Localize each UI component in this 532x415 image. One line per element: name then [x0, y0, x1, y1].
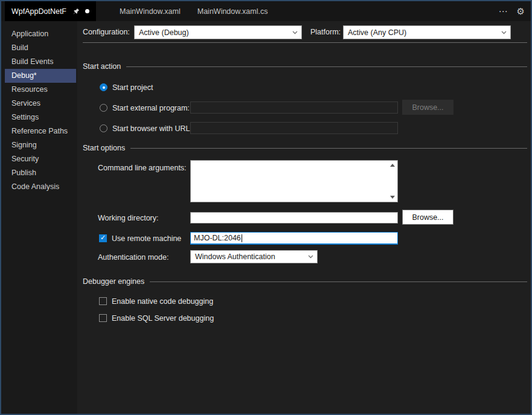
text-caret	[242, 234, 242, 242]
sidebar-item-debug[interactable]: Debug*	[5, 69, 76, 83]
vs-project-properties-window: WpfAppDotNetF MainWindow.xaml MainWindow…	[0, 0, 532, 415]
settings-gear-icon[interactable]: ⚙	[517, 6, 525, 17]
tab-mainwindow-xaml[interactable]: MainWindow.xaml	[111, 1, 189, 21]
start-project-label: Start project	[112, 83, 153, 92]
use-remote-machine-label: Use remote machine	[112, 234, 181, 243]
enable-sql-debugging-checkbox[interactable]	[99, 314, 107, 322]
sidebar-item-reference-paths[interactable]: Reference Paths	[5, 124, 76, 138]
tab-overflow-icon[interactable]: ⋯	[499, 6, 508, 17]
sidebar-item-code-analysis[interactable]: Code Analysis	[5, 180, 76, 194]
enable-sql-debugging-option[interactable]: Enable SQL Server debugging	[99, 314, 214, 323]
configuration-label: Configuration:	[83, 28, 130, 36]
working-directory-input[interactable]	[190, 212, 398, 224]
tab-label: MainWindow.xaml	[120, 7, 181, 16]
sidebar-item-services[interactable]: Services	[5, 97, 76, 111]
start-external-label: Start external program:	[112, 104, 190, 112]
use-remote-machine-checkbox[interactable]	[99, 234, 107, 242]
start-external-option[interactable]: Start external program:	[100, 103, 190, 112]
start-browser-option[interactable]: Start browser with URL:	[100, 124, 192, 133]
platform-label: Platform:	[310, 28, 341, 36]
external-program-browse-button: Browse...	[402, 100, 453, 115]
textarea-scrollbar[interactable]	[388, 161, 397, 201]
platform-dropdown[interactable]: Active (Any CPU)	[343, 25, 511, 39]
document-tab-bar: WpfAppDotNetF MainWindow.xaml MainWindow…	[1, 1, 531, 21]
enable-native-debugging-option[interactable]: Enable native code debugging	[99, 297, 213, 306]
section-rule	[126, 66, 527, 67]
section-rule	[130, 148, 527, 149]
chevron-down-icon	[292, 31, 298, 34]
start-browser-url-input	[190, 122, 398, 134]
configuration-value: Active (Debug)	[139, 28, 189, 37]
section-title: Start action	[83, 62, 121, 71]
section-rule	[150, 281, 527, 282]
working-directory-browse-button[interactable]: Browse...	[402, 210, 453, 225]
section-title: Start options	[83, 144, 125, 152]
tab-bar-actions: ⋯ ⚙	[499, 1, 525, 21]
start-external-radio[interactable]	[100, 104, 107, 112]
tab-label: MainWindow.xaml.cs	[197, 7, 268, 16]
authentication-mode-label: Authentication mode:	[98, 253, 168, 262]
sidebar-item-security[interactable]: Security	[5, 152, 76, 166]
scroll-down-icon[interactable]	[390, 196, 395, 199]
chevron-down-icon	[501, 31, 507, 34]
platform-value: Active (Any CPU)	[348, 28, 406, 37]
sidebar-item-publish[interactable]: Publish	[5, 166, 76, 180]
remote-machine-input[interactable]: MJO-DL:2046	[190, 232, 398, 245]
command-line-arguments-textarea[interactable]	[190, 160, 398, 202]
config-separator	[83, 42, 527, 43]
start-browser-radio[interactable]	[100, 124, 107, 132]
scroll-up-icon[interactable]	[390, 164, 395, 167]
remote-machine-value: MJO-DL:2046	[194, 234, 241, 242]
authentication-mode-value: Windows Authentication	[195, 253, 275, 261]
start-action-section-header: Start action	[83, 62, 527, 71]
start-project-option[interactable]: Start project	[100, 83, 153, 92]
authentication-mode-dropdown[interactable]: Windows Authentication	[190, 250, 318, 263]
sidebar-item-application[interactable]: Application	[5, 27, 76, 41]
sidebar-item-build[interactable]: Build	[5, 41, 76, 55]
modified-dot-icon	[85, 9, 89, 13]
sidebar-item-resources[interactable]: Resources	[5, 83, 76, 97]
enable-sql-debugging-label: Enable SQL Server debugging	[112, 314, 214, 323]
use-remote-machine-option[interactable]: Use remote machine	[99, 234, 181, 243]
properties-page-sidebar: Application Build Build Events Debug* Re…	[1, 21, 77, 414]
sidebar-item-signing[interactable]: Signing	[5, 138, 76, 152]
enable-native-debugging-label: Enable native code debugging	[112, 297, 213, 306]
configuration-dropdown[interactable]: Active (Debug)	[134, 25, 302, 39]
debug-settings-panel: Configuration: Active (Debug) Platform: …	[77, 21, 531, 414]
sidebar-item-settings[interactable]: Settings	[5, 111, 76, 124]
chevron-down-icon	[308, 255, 313, 259]
start-options-section-header: Start options	[83, 144, 527, 152]
tab-label: WpfAppDotNetF	[11, 7, 66, 16]
command-line-arguments-label: Command line arguments:	[98, 164, 187, 172]
section-title: Debugger engines	[83, 277, 144, 286]
tab-project-properties[interactable]: WpfAppDotNetF	[5, 1, 96, 21]
working-directory-label: Working directory:	[98, 214, 159, 222]
enable-native-debugging-checkbox[interactable]	[99, 297, 107, 305]
sidebar-item-build-events[interactable]: Build Events	[5, 55, 76, 69]
pin-icon[interactable]	[72, 8, 80, 15]
start-browser-label: Start browser with URL:	[112, 124, 192, 133]
start-project-radio[interactable]	[100, 83, 107, 91]
start-external-program-input	[190, 101, 398, 114]
debugger-engines-section-header: Debugger engines	[83, 277, 527, 286]
tab-mainwindow-xaml-cs[interactable]: MainWindow.xaml.cs	[189, 1, 277, 21]
